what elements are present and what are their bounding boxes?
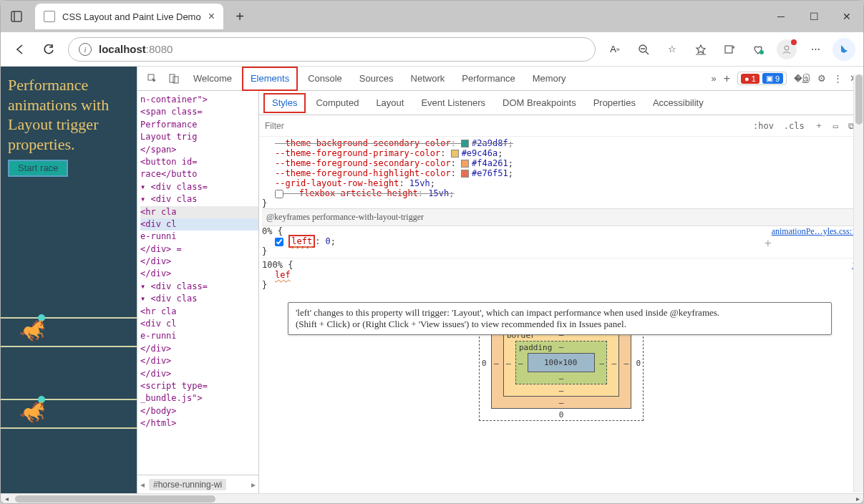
dom-row[interactable]: <hr cla	[140, 306, 258, 318]
tab-accessibility[interactable]: Accessibility	[646, 93, 711, 113]
zoom-out-icon[interactable]	[630, 36, 657, 63]
styles-pane-icon[interactable]: ▭	[830, 120, 841, 132]
tab-properties[interactable]: Properties	[586, 93, 643, 113]
prop-left[interactable]: left	[291, 236, 312, 246]
dom-row[interactable]: <hr cla	[140, 206, 258, 218]
devtools-tab-bar: Welcome Elements Console Sources Network…	[137, 67, 863, 91]
dom-row[interactable]: n-container">	[140, 94, 258, 106]
dom-row[interactable]: </div>	[140, 355, 258, 367]
tab-memory[interactable]: Memory	[525, 67, 573, 91]
dom-row[interactable]: <span class=	[140, 106, 258, 118]
dom-row[interactable]: <div cl	[140, 218, 258, 231]
inspect-icon[interactable]	[143, 67, 162, 92]
site-info-icon[interactable]: i	[79, 43, 92, 56]
css-declaration[interactable]: --flexbox-artcicle-height: 15vh;	[262, 188, 860, 198]
collections-icon[interactable]	[716, 36, 743, 63]
dom-row[interactable]: </span>	[140, 144, 258, 156]
css-declaration[interactable]: --theme-foreground-primary-color: #e9c46…	[262, 148, 860, 158]
horizontal-scrollbar[interactable]: ◂▸	[1, 493, 863, 503]
start-race-button[interactable]: Start race	[8, 160, 68, 177]
refresh-button[interactable]	[35, 36, 62, 63]
css-declaration[interactable]: --grid-layout-row-height: 15vh;	[262, 178, 860, 188]
tab-styles[interactable]: Styles	[263, 93, 306, 113]
dom-row[interactable]: Performance	[140, 119, 258, 131]
issues-counter[interactable]: ● 1 ▣ 9	[737, 72, 787, 85]
dom-row[interactable]: Layout trig	[140, 131, 258, 143]
health-icon[interactable]	[744, 36, 772, 63]
dom-row[interactable]: ▾ <div clas	[140, 193, 258, 205]
tab-dom-breakpoints[interactable]: DOM Breakpoints	[495, 93, 583, 113]
tab-console[interactable]: Console	[301, 67, 349, 91]
favorite-icon[interactable]: ☆	[659, 36, 686, 63]
css-declaration[interactable]: --theme-foreground-secondary-color: #f4a…	[262, 158, 860, 168]
browser-tab[interactable]: CSS Layout and Paint Live Demo ×	[35, 4, 223, 29]
keyframes-header: @keyframes performance-with-layout-trigg…	[262, 208, 860, 226]
hov-toggle[interactable]: :hov	[750, 120, 777, 132]
dom-row[interactable]: </div>	[140, 343, 258, 355]
settings-sync-icon[interactable]: �இ	[794, 73, 810, 84]
tab-performance[interactable]: Performance	[455, 67, 522, 91]
tab-elements[interactable]: Elements	[242, 67, 298, 91]
dom-row[interactable]: ▾ <div class=	[140, 281, 258, 293]
source-link[interactable]: animationPe…yles.css:10	[772, 226, 860, 237]
dom-row[interactable]: <script type=	[140, 380, 258, 392]
dom-row[interactable]: <div cl	[140, 318, 258, 330]
breadcrumb[interactable]: ◂ #horse-running-wi ▸	[137, 475, 258, 493]
css-declaration[interactable]: --theme-background-secondary-color: #2a9…	[262, 138, 860, 148]
horse-icon: 🐎	[19, 320, 46, 341]
dom-row[interactable]: e-runni	[140, 330, 258, 342]
dom-row[interactable]: </div>	[140, 268, 258, 280]
window-minimize-button[interactable]: ─	[765, 1, 797, 32]
more-tabs-icon[interactable]: »	[712, 73, 717, 84]
dom-row[interactable]: <button id=	[140, 156, 258, 168]
window-maximize-button[interactable]: ☐	[797, 1, 830, 32]
svg-point-9	[759, 50, 764, 54]
new-tab-button[interactable]: +	[229, 4, 251, 29]
bing-chat-icon[interactable]	[830, 36, 858, 63]
profile-button[interactable]	[773, 36, 800, 63]
settings-gear-icon[interactable]: ⚙	[817, 73, 826, 84]
race-lane: 🐎	[1, 396, 137, 432]
tab-layout[interactable]: Layout	[369, 93, 411, 113]
app-menu-icon[interactable]	[1, 1, 32, 32]
window-close-button[interactable]: ✕	[830, 1, 863, 32]
new-style-icon[interactable]: ＋	[812, 118, 826, 133]
add-tab-icon[interactable]: +	[724, 72, 730, 85]
dom-row[interactable]: e-runni	[140, 231, 258, 243]
dom-row[interactable]: </html>	[140, 417, 258, 430]
address-bar[interactable]: i localhost:8080	[68, 37, 596, 62]
val-left[interactable]: 0	[326, 236, 331, 246]
svg-point-10	[785, 46, 789, 50]
dom-row[interactable]: </div> =	[140, 243, 258, 256]
add-decl-icon[interactable]: +	[765, 236, 772, 250]
back-button[interactable]	[6, 36, 34, 63]
dom-row[interactable]: </div>	[140, 368, 258, 380]
decl-checkbox[interactable]	[275, 238, 283, 246]
css-declaration[interactable]: --theme-foreground-highlight-color: #e76…	[262, 168, 860, 178]
favorites-bar-icon[interactable]	[687, 36, 714, 63]
read-aloud-icon[interactable]: A»	[601, 36, 628, 63]
dom-row[interactable]: ▾ <div class=	[140, 181, 258, 193]
close-tab-icon[interactable]: ×	[208, 10, 215, 23]
prop-truncated: lef	[275, 270, 291, 280]
url-host: localhost	[99, 43, 146, 55]
dom-row[interactable]: race</butto	[140, 168, 258, 180]
dom-row[interactable]: _bundle.js">	[140, 392, 258, 404]
dom-row[interactable]: ▾ <div clas	[140, 293, 258, 305]
tab-network[interactable]: Network	[404, 67, 452, 91]
tab-sources[interactable]: Sources	[352, 67, 401, 91]
cls-toggle[interactable]: .cls	[781, 120, 807, 132]
styles-filter-input[interactable]	[265, 121, 746, 131]
keyframe-0: 0%	[262, 226, 272, 236]
kebab-icon[interactable]: ⋮	[833, 73, 843, 84]
more-menu-icon[interactable]: ⋯	[802, 36, 829, 63]
dom-row[interactable]: </div>	[140, 256, 258, 268]
vertical-scrollbar[interactable]	[853, 74, 863, 493]
device-icon[interactable]	[165, 67, 183, 92]
tab-welcome[interactable]: Welcome	[186, 67, 239, 91]
dom-tree[interactable]: n-container"> <span class= Performance L…	[137, 91, 258, 475]
breadcrumb-item[interactable]: #horse-running-wi	[149, 479, 226, 490]
tab-computed[interactable]: Computed	[309, 93, 366, 113]
tab-event-listeners[interactable]: Event Listeners	[414, 93, 492, 113]
dom-row[interactable]: </body>	[140, 405, 258, 417]
